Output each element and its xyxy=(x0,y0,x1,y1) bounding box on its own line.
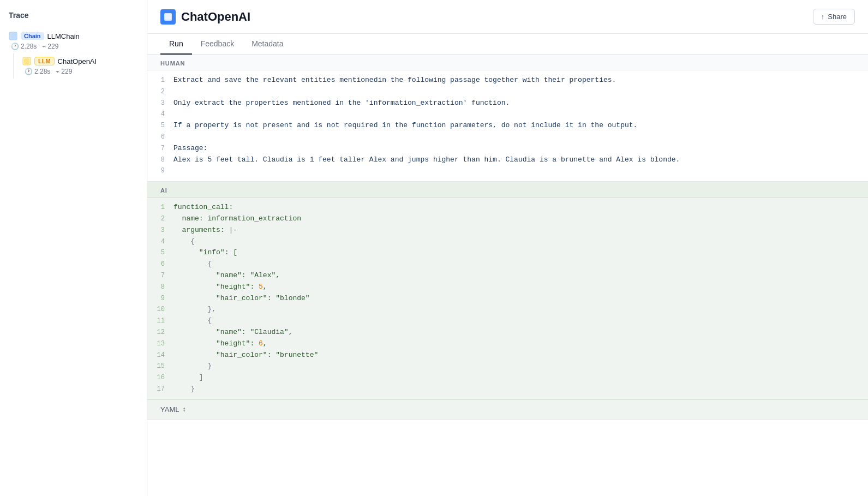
main-content: ChatOpenAI ↑ Share Run Feedback Metadata… xyxy=(147,0,868,496)
human-line-7: 7 Passage: xyxy=(147,143,868,154)
ai-line-16: 16 ] xyxy=(147,372,868,384)
llm-item-name: ChatOpenAI xyxy=(58,57,97,65)
chain-icon xyxy=(9,32,17,40)
ai-line-11: 11 { xyxy=(147,315,868,327)
sidebar-tree-child: LLM ChatOpenAI 🕐 2.28s ⌁ 229 xyxy=(13,53,147,79)
ai-line-5: 5 "info": [ xyxy=(147,247,868,259)
ai-line-14: 14 "hair_color": "brunette" xyxy=(147,350,868,361)
human-line-6: 6 xyxy=(147,132,868,143)
sidebar-title: Trace xyxy=(0,11,147,28)
human-line-8: 8 Alex is 5 feet tall. Claudia is 1 feet… xyxy=(147,154,868,166)
clock-icon-2: 🕐 xyxy=(25,68,33,75)
chain-item-name: LLMChain xyxy=(47,32,80,40)
yaml-footer[interactable]: YAML ↕ xyxy=(147,399,868,419)
llm-badge: LLM xyxy=(34,57,55,65)
main-title-container: ChatOpenAI xyxy=(160,9,250,25)
human-section: HUMAN 1 Extract and save the relevant en… xyxy=(147,55,868,182)
llm-time: 🕐 2.28s xyxy=(25,68,50,75)
human-line-4: 4 xyxy=(147,109,868,120)
ai-line-10: 10 }, xyxy=(147,304,868,315)
ai-line-8: 8 "height": 5, xyxy=(147,282,868,293)
human-code-block: 1 Extract and save the relevant entities… xyxy=(147,70,868,181)
ai-line-7: 7 "name": "Alex", xyxy=(147,270,868,282)
tab-bar: Run Feedback Metadata xyxy=(147,34,868,55)
ai-line-2: 2 name: information_extraction xyxy=(147,213,868,225)
human-line-3: 3 Only extract the properties mentioned … xyxy=(147,98,868,109)
clock-icon: 🕐 xyxy=(11,43,19,50)
yaml-toggle-icon: ↕ xyxy=(182,405,185,413)
chain-badge: Chain xyxy=(21,32,44,40)
svg-rect-3 xyxy=(24,58,29,64)
ai-label: AI xyxy=(147,182,868,198)
human-label: HUMAN xyxy=(147,55,868,70)
sidebar: Trace Chain LLMChain 🕐 2.28s ⌁ 229 xyxy=(0,0,147,496)
tab-run[interactable]: Run xyxy=(160,34,192,55)
ai-line-17: 17 } xyxy=(147,384,868,395)
main-header: ChatOpenAI ↑ Share xyxy=(147,0,868,34)
ai-section: AI 1 function_call: 2 name: information_… xyxy=(147,182,868,420)
ai-line-3: 3 arguments: |- xyxy=(147,225,868,236)
sidebar-item-llmchain[interactable]: Chain LLMChain 🕐 2.28s ⌁ 229 xyxy=(0,28,147,53)
chain-tokens: ⌁ 229 xyxy=(42,43,58,50)
ai-line-12: 12 "name": "Claudia", xyxy=(147,327,868,338)
human-line-5: 5 If a property is not present and is no… xyxy=(147,120,868,132)
ai-line-15: 15 } xyxy=(147,361,868,372)
ai-line-9: 9 "hair_color": "blonde" xyxy=(147,293,868,304)
chatopenai-icon xyxy=(160,9,176,25)
llm-icon xyxy=(22,57,31,65)
human-line-9: 9 xyxy=(147,165,868,177)
run-content: HUMAN 1 Extract and save the relevant en… xyxy=(147,55,868,496)
chain-time: 🕐 2.28s xyxy=(11,43,37,50)
tab-feedback[interactable]: Feedback xyxy=(192,34,243,55)
link-icon: ⌁ xyxy=(42,43,46,50)
share-icon: ↑ xyxy=(821,13,825,21)
share-button[interactable]: ↑ Share xyxy=(813,9,855,25)
yaml-label: YAML xyxy=(160,405,179,414)
llm-tokens: ⌁ 229 xyxy=(56,68,72,75)
human-line-2: 2 xyxy=(147,86,868,98)
link-icon-2: ⌁ xyxy=(56,68,59,75)
sidebar-item-chatopenai[interactable]: LLM ChatOpenAI 🕐 2.28s ⌁ 229 xyxy=(14,53,147,79)
tab-metadata[interactable]: Metadata xyxy=(243,34,292,55)
ai-line-13: 13 "height": 6, xyxy=(147,338,868,350)
svg-rect-5 xyxy=(165,14,171,20)
ai-line-6: 6 { xyxy=(147,259,868,270)
ai-code-block: 1 function_call: 2 name: information_ext… xyxy=(147,198,868,399)
ai-line-1: 1 function_call: xyxy=(147,202,868,213)
ai-line-4: 4 { xyxy=(147,236,868,248)
page-title: ChatOpenAI xyxy=(181,10,250,24)
svg-rect-1 xyxy=(10,33,16,39)
human-line-1: 1 Extract and save the relevant entities… xyxy=(147,75,868,86)
